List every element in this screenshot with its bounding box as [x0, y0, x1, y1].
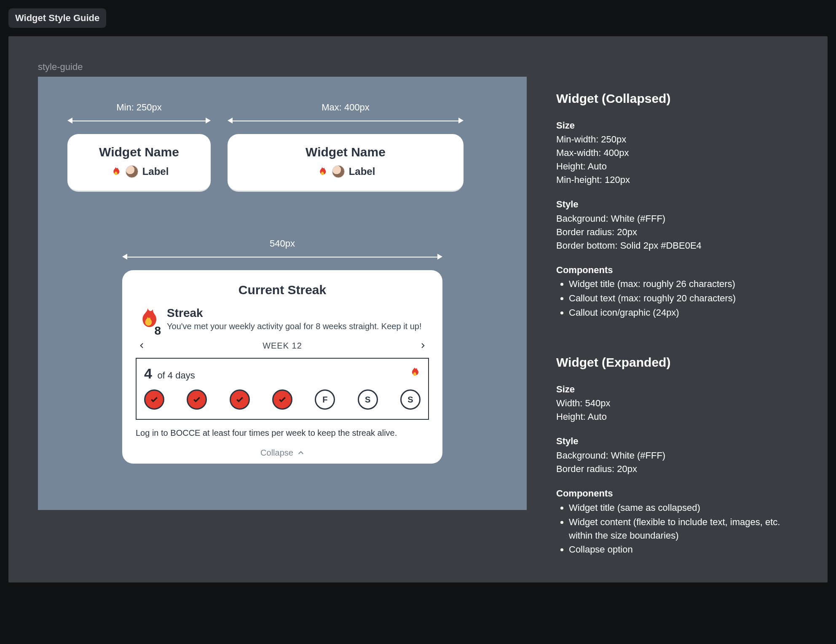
day-progress-box: 4 of 4 days FSS — [136, 358, 429, 420]
callout-label: Label — [349, 166, 375, 177]
streak-number: 8 — [154, 324, 161, 338]
day-count: 4 — [144, 365, 152, 381]
outer-panel: style-guide Min: 250px Max: 400px Widget… — [8, 36, 828, 582]
widget-expanded: Current Streak 8 Streak You've met your … — [122, 270, 442, 464]
spec-subheading: Style — [556, 435, 798, 448]
spec-line: Border bottom: Solid 2px #DBE0E4 — [556, 239, 798, 252]
spec-line: Border radius: 20px — [556, 225, 798, 239]
spec-collapsed: Widget (Collapsed) Size Min-width: 250px… — [556, 89, 798, 319]
week-navigator: WEEK 12 — [136, 339, 429, 352]
day-pending: S — [358, 389, 378, 410]
day-pending: F — [315, 389, 335, 410]
spec-subheading: Size — [556, 119, 798, 132]
dimension-min: Min: 250px — [67, 102, 211, 126]
dimension-expanded-label: 540px — [270, 238, 295, 249]
chevron-up-icon — [297, 450, 304, 456]
dimension-min-label: Min: 250px — [116, 102, 162, 113]
spec-panel: Widget (Collapsed) Size Min-width: 250px… — [556, 77, 798, 557]
next-week-button[interactable] — [416, 339, 429, 352]
avatar-icon — [126, 165, 138, 178]
widget-title: Widget Name — [76, 145, 202, 159]
day-completed — [230, 389, 250, 410]
widget-title: Widget Name — [236, 145, 455, 159]
spec-line: Height: Auto — [556, 410, 798, 424]
streak-header: 8 Streak You've met your weekly activity… — [136, 306, 429, 332]
page-title: Widget Style Guide — [8, 8, 106, 28]
spec-heading: Widget (Collapsed) — [556, 89, 798, 108]
widget-collapsed-max[interactable]: Widget Name Label — [228, 134, 464, 192]
flame-icon — [110, 166, 121, 177]
spec-bullet: Collapse option — [569, 543, 798, 556]
day-of-label: of 4 days — [157, 370, 195, 381]
style-canvas: Min: 250px Max: 400px Widget Name Label — [38, 77, 527, 510]
spec-line: Min-height: 120px — [556, 173, 798, 187]
collapse-button[interactable]: Collapse — [136, 448, 429, 458]
streak-hint: Log in to BOCCE at least four times per … — [136, 428, 429, 438]
widget-collapsed-min[interactable]: Widget Name Label — [67, 134, 211, 192]
spec-subheading: Style — [556, 198, 798, 211]
day-completed — [272, 389, 292, 410]
dimension-expanded: 540px — [122, 238, 442, 262]
spec-subheading: Components — [556, 263, 798, 277]
spec-expanded: Widget (Expanded) Size Width: 540pxHeigh… — [556, 353, 798, 556]
dimension-max-label: Max: 400px — [322, 102, 370, 113]
week-label: WEEK 12 — [263, 341, 302, 351]
widget-title: Current Streak — [136, 283, 429, 297]
day-pending: S — [400, 389, 421, 410]
spec-bullet: Callout icon/graphic (24px) — [569, 306, 798, 319]
spec-line: Background: White (#FFF) — [556, 212, 798, 225]
spec-line: Height: Auto — [556, 160, 798, 173]
spec-line: Width: 540px — [556, 397, 798, 410]
widget-callout: Label — [236, 165, 455, 178]
spec-bullet: Widget title (max: roughly 26 characters… — [569, 277, 798, 291]
collapse-label: Collapse — [260, 448, 293, 458]
day-completed — [144, 389, 164, 410]
spec-subheading: Components — [556, 487, 798, 500]
spec-heading: Widget (Expanded) — [556, 353, 798, 372]
prev-week-button[interactable] — [136, 339, 148, 352]
dimension-max: Max: 400px — [228, 102, 464, 126]
spec-bullet: Callout text (max: roughly 20 characters… — [569, 292, 798, 305]
spec-line: Background: White (#FFF) — [556, 449, 798, 462]
avatar-icon — [332, 165, 345, 178]
spec-line: Min-width: 250px — [556, 133, 798, 146]
widget-callout: Label — [76, 165, 202, 178]
chevron-right-icon — [419, 342, 426, 349]
streak-heading: Streak — [167, 306, 422, 320]
callout-label: Label — [142, 166, 169, 177]
spec-line: Border radius: 20px — [556, 462, 798, 476]
spec-bullet: Widget content (flexible to include text… — [569, 515, 798, 542]
day-completed — [187, 389, 207, 410]
flame-icon — [316, 166, 328, 177]
chevron-left-icon — [139, 342, 145, 349]
spec-line: Max-width: 400px — [556, 146, 798, 160]
spec-bullet: Widget title (same as collapsed) — [569, 501, 798, 515]
canvas-label: style-guide — [38, 62, 798, 72]
flame-icon: 8 — [136, 306, 159, 332]
streak-subtext: You've met your weekly activity goal for… — [167, 322, 422, 331]
flame-icon — [408, 366, 421, 378]
spec-subheading: Size — [556, 383, 798, 396]
